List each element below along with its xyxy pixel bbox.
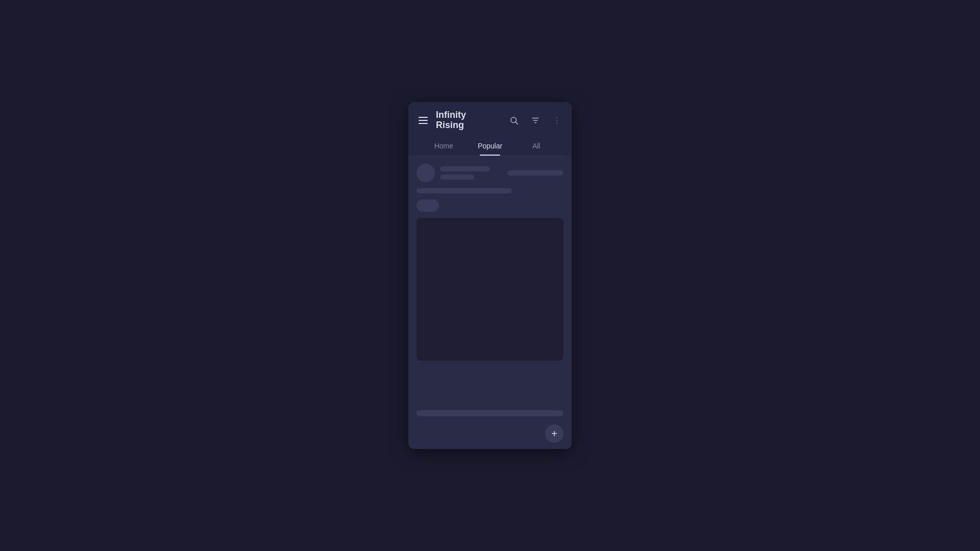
header: Infinity Rising [408, 102, 572, 156]
tabs-bar: Home Popular All [416, 137, 564, 156]
fab-button[interactable]: + [545, 424, 564, 443]
tab-home[interactable]: Home [421, 137, 467, 155]
app-title: Infinity Rising [436, 110, 466, 131]
skeleton-avatar [416, 164, 435, 182]
fab-row: + [408, 420, 572, 449]
tab-all[interactable]: All [513, 137, 559, 155]
more-options-button[interactable] [550, 114, 564, 127]
skeleton-pill [416, 199, 439, 212]
svg-point-5 [556, 117, 557, 118]
tab-popular[interactable]: Popular [467, 137, 513, 155]
skeleton-bottom-bar [416, 410, 564, 416]
header-icons [507, 114, 564, 127]
search-button[interactable] [507, 114, 521, 127]
app-window: Infinity Rising [408, 102, 572, 449]
header-top: Infinity Rising [416, 110, 564, 131]
app-title-line2: Rising [436, 120, 466, 131]
filter-icon [531, 116, 540, 125]
menu-icon[interactable] [416, 115, 430, 126]
svg-point-6 [556, 120, 557, 121]
filter-button[interactable] [529, 114, 542, 127]
header-left: Infinity Rising [416, 110, 466, 131]
skeleton-single-line [416, 188, 512, 193]
skeleton-line-1 [440, 166, 490, 171]
svg-point-7 [556, 122, 557, 123]
more-icon [552, 116, 561, 125]
skeleton-text-lines [440, 166, 502, 180]
main-card [416, 218, 564, 361]
skeleton-item-row [416, 164, 564, 182]
main-content [408, 156, 572, 406]
skeleton-side-line [507, 170, 564, 176]
svg-line-1 [516, 122, 518, 124]
search-icon [509, 116, 519, 125]
skeleton-line-2 [440, 174, 474, 180]
app-title-line1: Infinity [436, 110, 466, 120]
bottom-bar [408, 406, 572, 420]
